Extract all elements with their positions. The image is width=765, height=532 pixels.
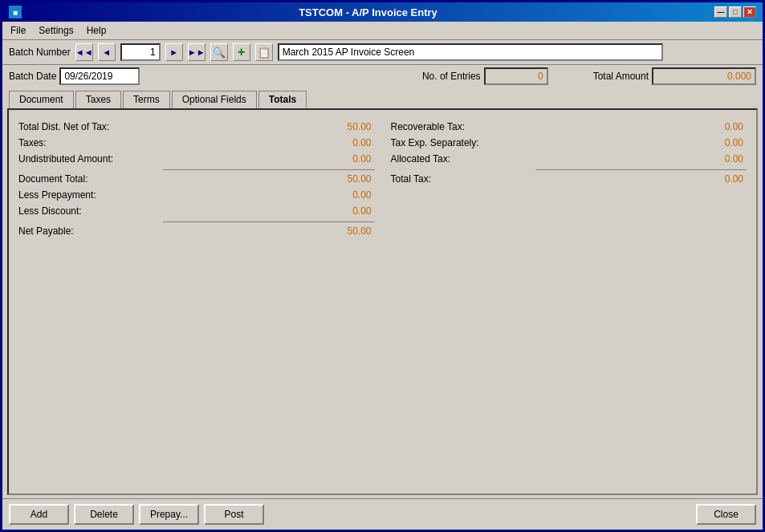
totals-left-column: Total Dist. Net of Tax: 50.00 Taxes: 0.0…	[18, 120, 375, 238]
minimize-button[interactable]: —	[714, 6, 727, 18]
menu-file[interactable]: File	[6, 23, 31, 38]
less-discount-row: Less Discount: 0.00	[18, 204, 375, 218]
total-dist-label: Total Dist. Net of Tax:	[18, 121, 163, 132]
recoverable-tax-label: Recoverable Tax:	[391, 121, 535, 132]
less-discount-value: 0.00	[163, 205, 375, 217]
undistributed-label: Undistributed Amount:	[18, 153, 163, 164]
find-button[interactable]: 🔍	[210, 43, 228, 61]
nav-prev-button[interactable]: ◄	[98, 43, 116, 61]
description-input[interactable]	[278, 43, 663, 61]
tab-terms[interactable]: Terms	[123, 91, 170, 108]
menu-settings[interactable]: Settings	[34, 23, 78, 38]
less-prepayment-value: 0.00	[163, 189, 375, 201]
total-dist-value: 50.00	[163, 121, 375, 132]
nav-last-button[interactable]: ►►	[188, 43, 205, 61]
document-total-value: 50.00	[163, 173, 375, 185]
no-of-entries-label: No. of Entries	[422, 71, 481, 82]
copy-button[interactable]: 📋	[255, 43, 273, 61]
total-dist-row: Total Dist. Net of Tax: 50.00	[18, 120, 375, 134]
tax-exp-label: Tax Exp. Separately:	[391, 137, 535, 148]
totals-grid: Total Dist. Net of Tax: 50.00 Taxes: 0.0…	[18, 120, 747, 238]
window-title: TSTCOM - A/P Invoice Entry	[22, 6, 714, 18]
net-payable-label: Net Payable:	[18, 225, 163, 237]
toolbar-row2: Batch Date No. of Entries Total Amount	[2, 65, 763, 87]
total-tax-label: Total Tax:	[391, 173, 535, 185]
menu-help[interactable]: Help	[82, 23, 112, 38]
tax-exp-row: Tax Exp. Separately: 0.00	[391, 136, 747, 150]
document-total-label: Document Total:	[18, 173, 163, 185]
taxes-label: Taxes:	[18, 137, 163, 148]
content-area: Total Dist. Net of Tax: 50.00 Taxes: 0.0…	[7, 108, 758, 495]
add-record-button[interactable]: +	[233, 43, 250, 61]
totals-right-column: Recoverable Tax: 0.00 Tax Exp. Separatel…	[391, 120, 747, 238]
taxes-value: 0.00	[163, 137, 375, 148]
divider-net-payable	[163, 221, 375, 222]
total-tax-row: Total Tax: 0.00	[391, 172, 747, 186]
prepay-button[interactable]: Prepay...	[139, 504, 199, 525]
tabs-bar: Document Taxes Terms Optional Fields Tot…	[2, 87, 763, 108]
batch-date-label: Batch Date	[9, 71, 56, 82]
recoverable-tax-row: Recoverable Tax: 0.00	[391, 120, 747, 134]
app-icon: ■	[9, 6, 22, 18]
less-prepayment-row: Less Prepayment: 0.00	[18, 188, 375, 202]
batch-number-input[interactable]	[120, 43, 161, 61]
document-total-row: Document Total: 50.00	[18, 172, 375, 186]
taxes-row: Taxes: 0.00	[18, 136, 375, 150]
tab-totals[interactable]: Totals	[258, 91, 307, 108]
menu-bar: File Settings Help	[2, 22, 763, 40]
tax-exp-value: 0.00	[535, 137, 747, 148]
allocated-tax-label: Allocated Tax:	[391, 153, 535, 164]
maximize-button[interactable]: □	[729, 6, 742, 18]
toolbar-row1: Batch Number ◄◄ ◄ ► ►► 🔍 + 📋	[2, 40, 763, 65]
nav-first-button[interactable]: ◄◄	[75, 43, 93, 61]
total-tax-value: 0.00	[535, 173, 747, 185]
main-window: ■ TSTCOM - A/P Invoice Entry — □ ✕ File …	[0, 0, 765, 532]
tab-optional-fields[interactable]: Optional Fields	[172, 91, 257, 108]
nav-next-button[interactable]: ►	[165, 43, 183, 61]
total-amount-input[interactable]	[652, 67, 756, 85]
divider-document	[163, 169, 375, 170]
bottom-bar: Add Delete Prepay... Post Close	[2, 498, 763, 530]
undistributed-row: Undistributed Amount: 0.00	[18, 152, 375, 166]
tab-taxes[interactable]: Taxes	[75, 91, 121, 108]
title-bar: ■ TSTCOM - A/P Invoice Entry — □ ✕	[2, 2, 763, 22]
window-controls: — □ ✕	[714, 6, 756, 18]
net-payable-value: 50.00	[163, 225, 375, 237]
net-payable-row: Net Payable: 50.00	[18, 224, 375, 238]
allocated-tax-row: Allocated Tax: 0.00	[391, 152, 747, 166]
no-of-entries-input[interactable]	[484, 67, 548, 85]
divider-total-tax	[535, 169, 747, 170]
total-amount-label: Total Amount	[593, 71, 649, 82]
batch-number-label: Batch Number	[9, 47, 71, 58]
batch-date-group: Batch Date	[9, 67, 140, 85]
delete-button[interactable]: Delete	[74, 504, 134, 525]
total-amount-group: Total Amount	[593, 67, 756, 85]
post-button[interactable]: Post	[204, 504, 264, 525]
allocated-tax-value: 0.00	[535, 153, 747, 164]
less-discount-label: Less Discount:	[18, 205, 163, 217]
batch-date-input[interactable]	[59, 67, 140, 85]
close-window-button[interactable]: ✕	[743, 6, 756, 18]
undistributed-value: 0.00	[163, 153, 375, 164]
recoverable-tax-value: 0.00	[535, 121, 747, 132]
add-button[interactable]: Add	[9, 504, 69, 525]
tab-document[interactable]: Document	[9, 91, 74, 108]
less-prepayment-label: Less Prepayment:	[18, 189, 163, 201]
close-button[interactable]: Close	[696, 504, 756, 525]
no-of-entries-group: No. of Entries	[422, 67, 548, 85]
